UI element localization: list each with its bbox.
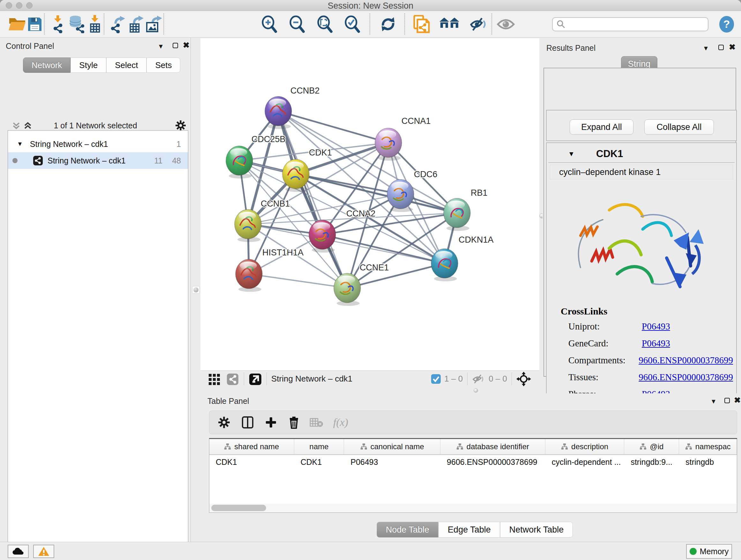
- results-entry-box: ▼ CDK1 cyclin–dependent kinase 1: [546, 142, 737, 406]
- delete-column-icon[interactable]: [288, 416, 300, 429]
- function-builder-icon[interactable]: f(x): [333, 416, 348, 428]
- warning-button[interactable]: [33, 545, 54, 558]
- crosslink-link[interactable]: P06493: [642, 321, 670, 332]
- save-floppy-icon[interactable]: [27, 15, 43, 34]
- zoom-out-icon[interactable]: [288, 15, 306, 34]
- expand-all-button[interactable]: Expand All: [569, 119, 633, 135]
- table-cell: stringdb:9...: [624, 455, 679, 469]
- network-row-selected[interactable]: String Network – cdk1 11 48: [8, 152, 188, 169]
- home-layout-icon[interactable]: [439, 15, 460, 34]
- selected-checkbox-icon[interactable]: [431, 374, 441, 384]
- export-image-icon[interactable]: [145, 15, 163, 34]
- tab-network[interactable]: Network: [23, 57, 71, 73]
- table-tabs: Node TableEdge TableNetwork Table: [377, 522, 573, 538]
- import-table-icon[interactable]: [87, 15, 104, 34]
- search-field[interactable]: [552, 17, 709, 31]
- entry-collapse-icon[interactable]: ▼: [568, 150, 575, 158]
- panel-menu-icon[interactable]: ▼: [158, 43, 164, 50]
- collection-expand-icon[interactable]: ▼: [17, 140, 23, 147]
- hide-eye-icon[interactable]: [469, 15, 488, 34]
- tab-sets[interactable]: Sets: [146, 57, 180, 73]
- tab-edge-table[interactable]: Edge Table: [439, 522, 500, 538]
- network-edge: [322, 235, 445, 263]
- gene-entry-header[interactable]: ▼ CDK1: [548, 145, 735, 163]
- options-gear-icon[interactable]: [175, 120, 186, 131]
- clone-network-icon[interactable]: [413, 15, 430, 34]
- export-table-icon[interactable]: [128, 15, 145, 34]
- collapse-all-button[interactable]: Collapse All: [644, 119, 714, 135]
- float-panel-icon[interactable]: [718, 45, 724, 50]
- network-node-rb1[interactable]: [444, 198, 470, 231]
- vertical-splitter-left[interactable]: [191, 38, 200, 542]
- scrollbar-thumb[interactable]: [211, 505, 266, 511]
- birdseye-grid-icon[interactable]: [208, 373, 221, 385]
- memory-button[interactable]: Memory: [686, 544, 732, 559]
- import-network-icon[interactable]: [50, 15, 66, 34]
- float-panel-icon[interactable]: [173, 43, 178, 48]
- close-panel-icon[interactable]: ✖: [729, 43, 736, 52]
- zoom-selected-icon[interactable]: [343, 15, 360, 34]
- splitter-handle-icon[interactable]: [192, 286, 200, 294]
- export-network-icon[interactable]: [110, 15, 127, 34]
- float-panel-icon[interactable]: [724, 398, 730, 403]
- panel-menu-icon[interactable]: ▼: [703, 45, 709, 52]
- table-row[interactable]: CDK1CDK1P064939606.ENSP00000378699cyclin…: [209, 455, 737, 469]
- column-header--id[interactable]: @id: [624, 439, 679, 454]
- crosslink-label: Uniprot:: [568, 321, 642, 332]
- network-list: ▼ String Network – cdk1 1 String Network…: [8, 130, 188, 560]
- network-node-ccnb1[interactable]: [234, 209, 261, 242]
- open-in-window-icon[interactable]: [249, 372, 262, 386]
- tab-style[interactable]: Style: [71, 57, 106, 73]
- status-bar: Memory: [0, 542, 741, 560]
- column-header-database-identifier[interactable]: database identifier: [441, 439, 545, 454]
- network-node-cdc25b[interactable]: [226, 146, 253, 179]
- show-columns-icon[interactable]: [241, 416, 254, 429]
- crosslink-link[interactable]: P06493: [642, 338, 670, 349]
- column-header-name[interactable]: name: [294, 439, 344, 454]
- node-label-cdc6: CDC6: [414, 170, 437, 179]
- column-header-shared-name[interactable]: shared name: [209, 439, 294, 454]
- network-node-ccne1[interactable]: [334, 273, 360, 306]
- footer-separator: [266, 373, 267, 385]
- import-database-icon[interactable]: [68, 15, 85, 34]
- create-column-icon[interactable]: [265, 416, 277, 428]
- crosslink-link[interactable]: 9606.ENSP00000378699: [638, 372, 733, 382]
- help-icon[interactable]: ?: [719, 15, 735, 34]
- table-settings-gear-icon[interactable]: [218, 416, 230, 429]
- open-folder-icon[interactable]: [8, 15, 26, 34]
- selected-count: 1 – 0: [444, 374, 463, 384]
- cloud-icon: [12, 547, 24, 556]
- toolbar-separator: [491, 13, 492, 35]
- network-node-hist1h1a[interactable]: [235, 259, 262, 292]
- column-header-namespac[interactable]: namespac: [679, 439, 737, 454]
- network-node-count: 11: [154, 156, 162, 165]
- network-collection-row[interactable]: ▼ String Network – cdk1 1: [8, 136, 188, 152]
- tab-select[interactable]: Select: [106, 57, 146, 73]
- network-view-canvas[interactable]: CCNB2CCNA1CDC25BCDK1CDC6RB1CCNB1CCNA2CDK…: [200, 38, 539, 370]
- clear-cell-icon[interactable]: [310, 417, 324, 428]
- column-header-description[interactable]: description: [545, 439, 624, 454]
- panel-menu-icon[interactable]: ▼: [711, 398, 717, 405]
- zoom-in-icon[interactable]: [260, 15, 278, 34]
- tab-node-table[interactable]: Node Table: [377, 522, 439, 538]
- tab-network-table[interactable]: Network Table: [500, 522, 573, 538]
- column-header-canonical-name[interactable]: canonical name: [344, 439, 441, 454]
- splitter-handle-bottom-icon[interactable]: [474, 388, 478, 393]
- network-node-cdkn1a[interactable]: [431, 249, 458, 281]
- hidden-eye-icon[interactable]: [472, 374, 485, 384]
- navigator-crosshair-icon[interactable]: [516, 372, 531, 386]
- refresh-icon[interactable]: [380, 15, 396, 34]
- search-input[interactable]: [565, 20, 703, 29]
- cloud-button[interactable]: [8, 545, 29, 558]
- footer-separator: [512, 373, 512, 385]
- network-node-cdc6[interactable]: [387, 179, 414, 212]
- close-panel-icon[interactable]: ✖: [734, 395, 741, 405]
- node-label-cdk1: CDK1: [309, 148, 332, 158]
- column-label: database identifier: [467, 442, 529, 451]
- close-panel-icon[interactable]: ✖: [183, 41, 190, 50]
- show-eye-icon[interactable]: [496, 15, 515, 34]
- zoom-fit-icon[interactable]: [316, 15, 333, 34]
- table-hscrollbar[interactable]: [209, 504, 737, 512]
- network-share-icon[interactable]: [226, 373, 239, 385]
- crosslink-link[interactable]: 9606.ENSP00000378699: [638, 355, 733, 366]
